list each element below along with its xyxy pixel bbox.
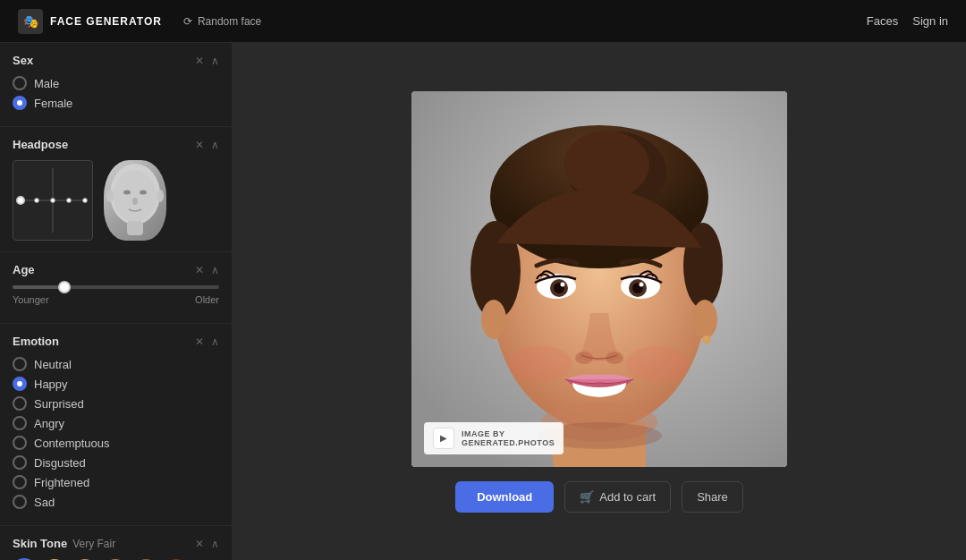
head-3d-preview	[104, 160, 166, 241]
emotion-neutral-label: Neutral	[34, 358, 72, 371]
age-slider-labels: Younger Older	[13, 294, 219, 305]
svg-point-5	[132, 198, 138, 205]
age-slider-fill	[13, 285, 64, 289]
age-slider-container: Younger Older	[13, 285, 219, 305]
emotion-surprised-radio[interactable]	[13, 396, 27, 411]
logo: 🎭 FACE GENERATOR	[18, 9, 162, 34]
svg-point-32	[626, 346, 689, 382]
grid-dot-4	[66, 198, 72, 203]
watermark-text: IMAGE BY GENERATED.PHOTOS	[462, 429, 555, 447]
add-to-cart-button[interactable]: 🛒 Add to cart	[564, 481, 671, 513]
skin-tone-section-header: Skin Tone Very Fair ✕ ∧	[13, 537, 219, 550]
sex-clear-icon[interactable]: ✕	[195, 55, 204, 66]
skin-tone-controls: ✕ ∧	[195, 539, 219, 549]
age-slider-track[interactable]	[13, 285, 219, 289]
emotion-happy-radio[interactable]	[13, 377, 27, 391]
faces-link[interactable]: Faces	[867, 14, 898, 28]
headpose-clear-icon[interactable]: ✕	[195, 140, 204, 150]
skin-tone-collapse-icon[interactable]: ∧	[211, 539, 219, 549]
emotion-angry-radio[interactable]	[13, 416, 27, 430]
emotion-happy-option[interactable]: Happy	[13, 377, 219, 391]
emotion-sad-radio[interactable]	[13, 495, 27, 509]
signin-button[interactable]: Sign in	[912, 14, 948, 28]
svg-point-18	[481, 300, 506, 339]
sex-controls: ✕ ∧	[195, 55, 219, 66]
emotion-disgusted-radio[interactable]	[13, 455, 27, 470]
age-controls: ✕ ∧	[195, 265, 219, 276]
emotion-frightened-option[interactable]: Frightened	[13, 475, 219, 489]
svg-point-3	[123, 191, 131, 195]
shuffle-icon: ⟳	[183, 15, 192, 28]
emotion-neutral-radio[interactable]	[13, 357, 27, 371]
emotion-section: Emotion ✕ ∧ Neutral Happy Surprised An	[0, 324, 232, 526]
age-collapse-icon[interactable]: ∧	[211, 265, 219, 276]
age-section-header: Age ✕ ∧	[13, 263, 219, 276]
emotion-surprised-label: Surprised	[34, 397, 84, 411]
headpose-section: Headpose ✕ ∧	[0, 127, 232, 252]
emotion-contemptuous-option[interactable]: Contemptuous	[13, 436, 219, 450]
age-title: Age	[13, 263, 35, 276]
emotion-angry-option[interactable]: Angry	[13, 416, 219, 430]
grid-dot-3	[50, 198, 55, 203]
header-right: Faces Sign in	[867, 14, 948, 28]
headpose-grid[interactable]	[13, 160, 93, 241]
main-layout: Sex ✕ ∧ Male Female Headpose ✕ ∧	[0, 43, 966, 560]
face-image-container: ▶ IMAGE BY GENERATED.PHOTOS	[411, 91, 787, 467]
emotion-collapse-icon[interactable]: ∧	[211, 336, 219, 347]
emotion-happy-label: Happy	[34, 378, 68, 391]
emotion-sad-option[interactable]: Sad	[13, 495, 219, 509]
svg-point-7	[157, 190, 164, 202]
headpose-collapse-icon[interactable]: ∧	[211, 140, 219, 150]
sex-collapse-icon[interactable]: ∧	[211, 55, 219, 66]
skin-tone-title-group: Skin Tone Very Fair	[13, 537, 115, 550]
sex-male-label: Male	[34, 77, 59, 90]
skin-tone-title: Skin Tone	[13, 537, 67, 550]
svg-point-19	[692, 300, 717, 339]
emotion-contemptuous-radio[interactable]	[13, 436, 27, 450]
random-face-label: Random face	[198, 15, 261, 28]
skin-tone-clear-icon[interactable]: ✕	[195, 539, 204, 549]
headpose-section-header: Headpose ✕ ∧	[13, 138, 219, 151]
emotion-clear-icon[interactable]: ✕	[195, 336, 204, 347]
head-svg	[104, 160, 166, 241]
emotion-surprised-option[interactable]: Surprised	[13, 396, 219, 411]
svg-point-24	[561, 282, 565, 286]
sex-male-radio[interactable]	[13, 76, 27, 90]
svg-rect-1	[127, 221, 143, 235]
content-area: ▶ IMAGE BY GENERATED.PHOTOS Download 🛒 A…	[233, 43, 966, 560]
emotion-neutral-option[interactable]: Neutral	[13, 357, 219, 371]
sex-male-option[interactable]: Male	[13, 76, 219, 90]
random-face-button[interactable]: ⟳ Random face	[176, 12, 268, 31]
action-bar: Download 🛒 Add to cart Share	[455, 481, 743, 513]
age-clear-icon[interactable]: ✕	[195, 265, 204, 276]
skin-tone-section: Skin Tone Very Fair ✕ ∧	[0, 526, 232, 560]
sex-female-radio[interactable]	[13, 96, 27, 110]
sex-title: Sex	[13, 54, 33, 67]
sidebar: Sex ✕ ∧ Male Female Headpose ✕ ∧	[0, 43, 233, 560]
emotion-angry-label: Angry	[34, 417, 64, 430]
logo-text: FACE GENERATOR	[50, 15, 162, 28]
emotion-frightened-label: Frightened	[34, 476, 89, 489]
header: 🎭 FACE GENERATOR ⟳ Random face Faces Sig…	[0, 0, 966, 43]
sex-section: Sex ✕ ∧ Male Female	[0, 43, 232, 127]
watermark: ▶ IMAGE BY GENERATED.PHOTOS	[424, 422, 564, 454]
watermark-line1: IMAGE BY	[462, 429, 555, 438]
watermark-line2: GENERATED.PHOTOS	[462, 438, 555, 447]
svg-point-20	[702, 335, 711, 344]
headpose-controls: ✕ ∧	[195, 140, 219, 150]
header-left: 🎭 FACE GENERATOR ⟳ Random face	[18, 9, 268, 34]
emotion-section-header: Emotion ✕ ∧	[13, 335, 219, 348]
emotion-disgusted-option[interactable]: Disgusted	[13, 455, 219, 470]
age-section: Age ✕ ∧ Younger Older	[0, 252, 232, 324]
sex-female-option[interactable]: Female	[13, 96, 219, 110]
sex-section-header: Sex ✕ ∧	[13, 54, 219, 67]
share-button[interactable]: Share	[682, 481, 743, 513]
emotion-frightened-radio[interactable]	[13, 475, 27, 489]
svg-point-31	[510, 346, 572, 382]
download-button[interactable]: Download	[455, 481, 554, 513]
grid-dot-2	[34, 198, 39, 203]
age-slider-thumb[interactable]	[58, 281, 71, 293]
logo-icon: 🎭	[18, 9, 43, 34]
svg-point-4	[140, 191, 147, 195]
svg-point-6	[106, 190, 114, 202]
